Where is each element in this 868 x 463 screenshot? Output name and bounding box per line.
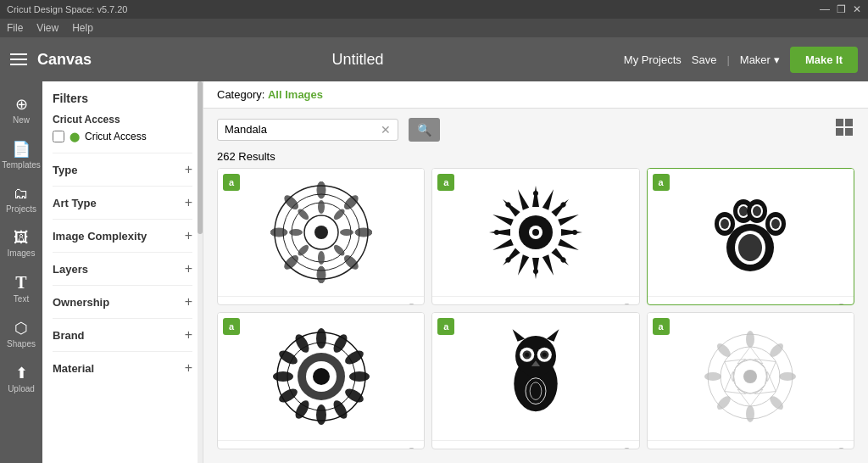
image-card-1[interactable]: a [431, 168, 639, 305]
menu-view[interactable]: View [36, 22, 58, 34]
filter-layers[interactable]: Layers + [53, 252, 192, 285]
svg-point-83 [292, 332, 311, 355]
filter-title: Filters [53, 92, 192, 105]
image-thumbnail-4 [432, 313, 638, 440]
svg-marker-43 [515, 188, 529, 210]
sidebar-item-text[interactable]: T Text [0, 266, 42, 310]
minimize-button[interactable]: — [820, 3, 830, 15]
search-button[interactable]: 🔍 [409, 118, 440, 142]
filter-type-label: Type [53, 164, 77, 176]
info-icon-0[interactable]: ⓘ [406, 302, 417, 305]
save-button[interactable]: Save [692, 53, 717, 66]
filter-image-complexity[interactable]: Image Complexity + [53, 219, 192, 252]
search-clear-icon[interactable]: ✕ [381, 123, 391, 137]
sidebar-item-text-label: Text [14, 294, 29, 304]
hamburger-menu[interactable] [10, 53, 27, 65]
filter-brand[interactable]: Brand + [53, 318, 192, 351]
image-thumbnail-1 [432, 169, 638, 296]
filter-material[interactable]: Material + [53, 351, 192, 384]
filter-art-type[interactable]: Art Type + [53, 186, 192, 219]
header-right: My Projects Save | Maker ▾ Make It [624, 47, 858, 73]
filter-material-expand-icon: + [185, 360, 192, 376]
image-card-0[interactable]: a [217, 168, 425, 305]
svg-rect-3 [845, 128, 853, 136]
image-card-2[interactable]: a [647, 168, 854, 305]
svg-point-15 [270, 228, 287, 237]
main-layout: ⊕ New 📄 Templates 🗂 Projects 🖼 Images T … [0, 81, 868, 463]
svg-marker-37 [515, 254, 529, 276]
search-input[interactable] [225, 123, 377, 136]
svg-point-81 [273, 371, 293, 382]
sidebar-item-new[interactable]: ⊕ New [0, 88, 42, 131]
svg-point-82 [276, 348, 299, 366]
check-icon-2[interactable]: ☑ [822, 304, 832, 306]
mandala-svg-4 [485, 326, 587, 427]
svg-marker-86 [513, 329, 526, 342]
filter-scrollbar[interactable] [198, 81, 203, 463]
image-status-1: Subscribed [439, 304, 486, 305]
svg-point-21 [318, 251, 325, 265]
image-footer-4: Subscribed ⓘ [432, 440, 638, 449]
content-header: Category: All Images [203, 81, 868, 109]
menu-help[interactable]: Help [72, 22, 93, 34]
info-icon-3[interactable]: ⓘ [406, 446, 417, 449]
grid-view-button[interactable] [834, 117, 854, 142]
my-projects-button[interactable]: My Projects [624, 53, 682, 66]
image-card-5[interactable]: a [647, 312, 854, 449]
cricut-access-checkbox[interactable] [53, 131, 64, 142]
app-title: Cricut Design Space: v5.7.20 [7, 4, 820, 14]
image-status-2: Subscribed [654, 304, 701, 305]
image-status-4: Subscribed [439, 449, 486, 449]
document-title[interactable]: Untitled [331, 51, 383, 69]
svg-point-100 [743, 370, 757, 383]
menu-file[interactable]: File [7, 22, 23, 34]
image-thumbnail-3 [218, 313, 424, 440]
templates-icon: 📄 [12, 140, 31, 159]
images-icon: 🖼 [14, 229, 29, 247]
svg-point-60 [739, 206, 748, 216]
filter-ownership[interactable]: Ownership + [53, 285, 192, 318]
svg-point-13 [317, 266, 326, 283]
info-icon-4[interactable]: ⓘ [621, 446, 632, 449]
svg-point-79 [292, 399, 311, 421]
svg-point-20 [331, 243, 346, 258]
svg-point-19 [340, 229, 353, 236]
title-bar: Cricut Design Space: v5.7.20 — ❒ ✕ [0, 0, 868, 19]
image-icons-0: ⓘ [406, 302, 417, 305]
sidebar-item-upload[interactable]: ⬆ Upload [0, 357, 42, 400]
make-it-button[interactable]: Make It [790, 47, 858, 73]
search-input-wrap: ✕ [217, 119, 398, 141]
category-name[interactable]: All Images [268, 88, 323, 101]
cricut-badge-0: a [223, 174, 240, 191]
sidebar-item-images[interactable]: 🖼 Images [0, 222, 42, 265]
maker-button[interactable]: Maker ▾ [740, 53, 780, 66]
svg-marker-39 [492, 239, 514, 254]
sidebar-item-upload-label: Upload [8, 384, 35, 393]
filter-type[interactable]: Type + [53, 153, 192, 186]
image-card-4[interactable]: a [431, 312, 639, 449]
restore-button[interactable]: ❒ [837, 3, 846, 15]
info-icon-1[interactable]: ⓘ [621, 302, 632, 305]
svg-marker-33 [558, 239, 580, 254]
cricut-badge-2: a [653, 174, 670, 191]
image-status-0: Free [225, 304, 244, 305]
svg-point-44 [533, 191, 538, 196]
image-card-3[interactable]: a [217, 312, 425, 449]
mandala-svg-5 [699, 326, 801, 427]
cricut-access-section: Cricut Access ⬤ Cricut Access [53, 114, 192, 142]
info-icon-2[interactable]: ⓘ [836, 302, 847, 305]
sidebar-item-new-label: New [13, 115, 30, 125]
sidebar-item-templates[interactable]: 📄 Templates [0, 133, 42, 176]
chevron-down-icon: ▾ [774, 53, 780, 66]
sidebar-item-projects[interactable]: 🗂 Projects [0, 178, 42, 220]
svg-point-101 [746, 331, 754, 348]
sidebar-item-shapes[interactable]: ⬡ Shapes [0, 312, 42, 355]
svg-point-54 [738, 234, 762, 261]
info-icon-5[interactable]: ⓘ [836, 446, 847, 449]
search-bar: ✕ 🔍 [203, 109, 868, 150]
svg-point-103 [779, 372, 796, 381]
close-button[interactable]: ✕ [853, 3, 861, 15]
svg-rect-1 [845, 119, 853, 126]
cricut-access-label: Cricut Access [53, 114, 192, 126]
image-icons-5: ⓘ [836, 446, 847, 449]
